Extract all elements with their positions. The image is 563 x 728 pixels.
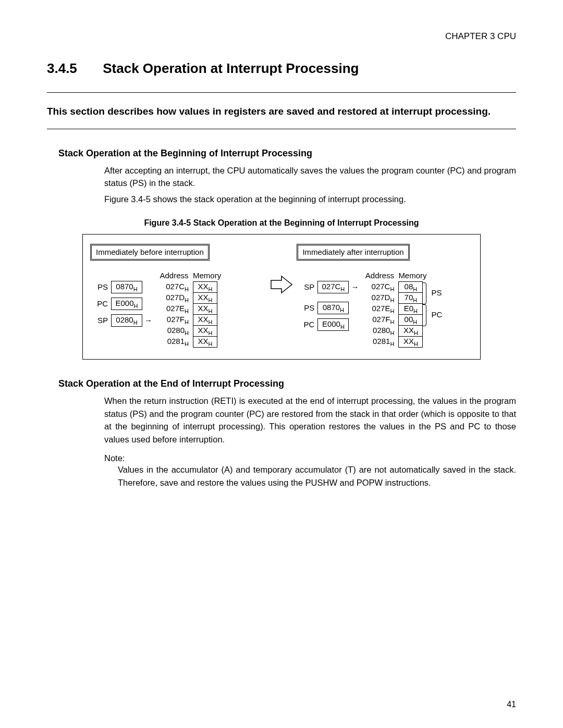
rule-bottom: [47, 129, 516, 129]
reg-ps-value: 0870H: [111, 281, 142, 293]
col-memory: Memory: [193, 271, 216, 280]
page: CHAPTER 3 CPU 3.4.5 Stack Operation at I…: [0, 0, 563, 728]
sp-arrow2-icon: →: [349, 282, 359, 291]
reg-sp-value: 0280H: [111, 314, 142, 327]
subhead-begin: Stack Operation at the Beginning of Inte…: [58, 148, 516, 159]
reg-pc2-row: PC E000H: [297, 318, 359, 331]
sp-arrow-icon: →: [142, 316, 152, 325]
reg-sp2-label: SP: [297, 282, 317, 291]
reg-sp2-value: 027CH: [317, 281, 349, 293]
reg-ps-label: PS: [90, 282, 111, 291]
reg-pc2-label: PC: [297, 320, 317, 329]
reg-pc2-value: E000H: [317, 318, 349, 331]
intro-text: This section describes how values in reg…: [47, 93, 516, 129]
figure-caption: Figure 3.4-5 Stack Operation at the Begi…: [47, 218, 516, 228]
body-begin-p1: After accepting an interrupt, the CPU au…: [104, 164, 516, 190]
reg-sp2-row: SP 027CH →: [297, 280, 359, 294]
figure-arrow: [266, 244, 297, 294]
note-label: Note:: [104, 453, 516, 463]
reg-pc-label: PC: [90, 299, 111, 308]
after-memory-wrap: Address Memory 027CH08H 027DH70H 027EHE0…: [365, 271, 442, 348]
before-memory: Address Memory 027CHXXH 027DHXXH 027EHXX…: [160, 271, 217, 348]
section-title: 3.4.5 Stack Operation at Interrupt Proce…: [47, 60, 516, 77]
after-registers: SP 027CH → PS 0870H PC E000H: [297, 271, 359, 348]
reg-sp-row: SP 0280H →: [90, 314, 152, 327]
reg-ps2-label: PS: [297, 303, 317, 312]
figure-box: Immediately before interruption PS 0870H…: [82, 234, 481, 360]
brace-ps-icon: [423, 282, 428, 303]
body-end: When the return instruction (RETI) is ex…: [104, 394, 516, 446]
note-text: Values in the accumulator (A) and tempor…: [118, 463, 516, 489]
section-title-text: Stack Operation at Interrupt Processing: [103, 60, 359, 76]
reg-ps-row: PS 0870H: [90, 280, 152, 294]
body-begin-p2: Figure 3.4-5 shows the stack operation a…: [104, 193, 516, 206]
figure-right: Immediately after interruption SP 027CH …: [297, 244, 473, 348]
body-begin: After accepting an interrupt, the CPU au…: [104, 164, 516, 206]
figure-left: Immediately before interruption PS 0870H…: [90, 244, 266, 348]
reg-sp-label: SP: [90, 316, 111, 325]
reg-ps2-value: 0870H: [317, 302, 349, 314]
body-end-p1: When the return instruction (RETI) is ex…: [104, 394, 516, 446]
col-address: Address: [160, 271, 193, 280]
reg-pc-value: E000H: [111, 298, 142, 310]
brace-column: PS PC: [423, 271, 442, 348]
before-registers: PS 0870H PC E000H SP 0280H →: [90, 271, 152, 348]
reg-ps2-row: PS 0870H: [297, 301, 359, 315]
col-memory2: Memory: [398, 271, 422, 280]
arrow-right-icon: [270, 275, 293, 294]
brace-pc-icon: [423, 304, 428, 325]
page-number: 41: [507, 700, 516, 709]
subhead-end: Stack Operation at the End of Interrupt …: [58, 378, 516, 389]
after-label: Immediately after interruption: [297, 244, 409, 261]
brace-ps-label: PS: [428, 288, 442, 297]
chapter-header: CHAPTER 3 CPU: [47, 31, 516, 42]
after-memory: Address Memory 027CH08H 027DH70H 027EHE0…: [365, 271, 423, 348]
brace-pc-label: PC: [428, 310, 442, 319]
col-address2: Address: [365, 271, 398, 280]
before-label: Immediately before interruption: [90, 244, 210, 261]
section-number: 3.4.5: [47, 60, 99, 77]
reg-pc-row: PC E000H: [90, 297, 152, 311]
